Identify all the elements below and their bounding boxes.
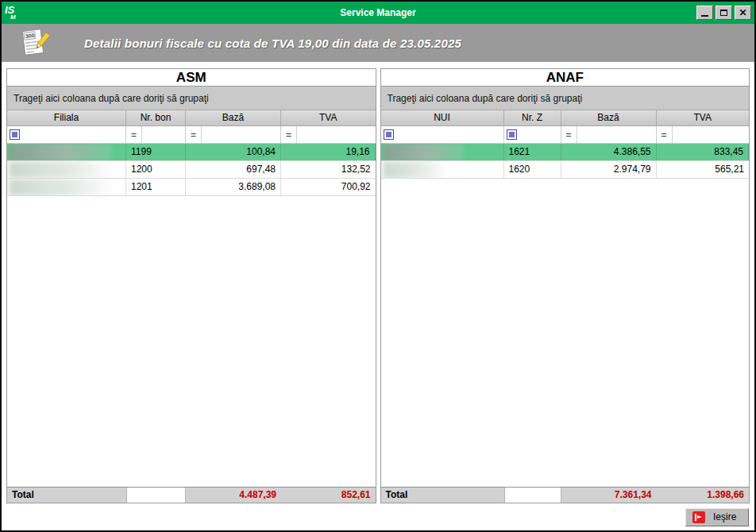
redacted-cell-content — [9, 144, 112, 160]
minimize-icon — [701, 15, 708, 17]
panel-anaf-grid: Trageţi aici coloana după care doriţi să… — [380, 86, 750, 503]
footer-bar: Ieşire — [2, 503, 754, 530]
filter-nui[interactable] — [381, 126, 504, 143]
close-button[interactable]: ✕ — [735, 6, 751, 20]
receipt-300-pencil-icon: 300 — [17, 27, 52, 59]
column-header-filiala[interactable]: Filiala — [7, 110, 126, 125]
cell-nr-z: 1621 — [504, 144, 561, 160]
cell-tva: 132,52 — [281, 161, 376, 178]
panel-anaf: ANAF Trageţi aici coloana după care dori… — [380, 68, 750, 503]
filter-tva[interactable]: = — [657, 126, 750, 143]
total-label: Total — [381, 488, 504, 503]
panel-asm: ASM Trageţi aici coloana după care doriţ… — [6, 68, 376, 503]
total-baza-value: 7.361,34 — [561, 488, 657, 503]
service-manager-window: ISM Service Manager ✕ 300 — [0, 0, 756, 532]
total-baza-value: 4.487,39 — [186, 488, 281, 503]
table-row[interactable]: 1199 100,84 19,16 — [7, 144, 376, 161]
equals-operator-icon[interactable]: = — [126, 126, 142, 143]
table-row[interactable]: 1621 4.386,55 833,45 — [381, 144, 750, 161]
equals-operator-icon[interactable]: = — [657, 126, 673, 143]
total-nr-z-empty — [504, 488, 561, 503]
redacted-cell-content — [383, 144, 464, 160]
cell-tva: 565,21 — [657, 161, 750, 178]
cell-filiala — [7, 144, 126, 160]
exit-button-label: Ieşire — [713, 511, 736, 522]
equals-operator-icon[interactable]: = — [561, 126, 577, 143]
checkbox-filter-icon[interactable] — [507, 129, 517, 140]
equals-operator-icon[interactable]: = — [186, 126, 202, 143]
panel-anaf-title: ANAF — [380, 68, 750, 86]
header-band: 300 Detalii bonuri fiscale cu cota de TV… — [2, 24, 754, 62]
filter-baza[interactable]: = — [186, 126, 281, 143]
cell-tva: 833,45 — [657, 144, 750, 160]
column-header-baza[interactable]: Bază — [186, 110, 281, 125]
maximize-button[interactable] — [716, 6, 732, 20]
panel-asm-grid: Trageţi aici coloana după care doriţi să… — [6, 86, 376, 503]
exit-arrow-icon — [692, 511, 705, 523]
cell-baza: 3.689,08 — [186, 179, 281, 195]
cell-baza: 697,48 — [186, 161, 281, 178]
window-title: Service Manager — [2, 7, 754, 18]
checkbox-filter-icon[interactable] — [10, 129, 20, 140]
cell-nui — [381, 161, 504, 178]
total-tva-value: 1.398,66 — [657, 488, 750, 503]
filter-row: = = — [381, 126, 750, 144]
cell-tva: 19,16 — [281, 144, 376, 160]
column-header-tva[interactable]: TVA — [657, 110, 750, 125]
table-empty-area — [7, 196, 376, 487]
group-by-bar[interactable]: Trageţi aici coloana după care doriţi să… — [381, 87, 750, 110]
content-area: ASM Trageţi aici coloana după care doriţ… — [2, 62, 754, 503]
cell-nr-bon: 1200 — [126, 161, 186, 178]
redacted-cell-content — [9, 161, 112, 178]
total-label: Total — [7, 488, 126, 503]
page-title: Detalii bonuri fiscale cu cota de TVA 19… — [84, 37, 461, 50]
checkbox-filter-icon[interactable] — [384, 129, 394, 140]
column-header-nui[interactable]: NUI — [381, 110, 504, 125]
filter-filiala[interactable] — [7, 126, 126, 143]
exit-button[interactable]: Ieşire — [685, 508, 749, 526]
app-logo-icon: ISM — [5, 4, 24, 21]
cell-nui — [381, 144, 504, 160]
equals-operator-icon[interactable]: = — [281, 126, 297, 143]
filter-nr-z[interactable] — [504, 126, 561, 143]
minimize-button[interactable] — [696, 6, 713, 20]
cell-tva: 700,92 — [281, 179, 376, 195]
column-header-tva[interactable]: TVA — [281, 110, 376, 125]
column-header-row: NUI Nr. Z Bază TVA — [381, 110, 750, 126]
window-controls: ✕ — [696, 6, 751, 20]
group-by-bar[interactable]: Trageţi aici coloana după care doriţi să… — [7, 87, 376, 110]
total-nr-bon-empty — [126, 488, 186, 503]
close-icon: ✕ — [739, 8, 746, 17]
cell-baza: 100,84 — [186, 144, 281, 160]
table-row[interactable]: 1201 3.689,08 700,92 — [7, 179, 376, 196]
cell-nr-bon: 1201 — [126, 179, 186, 195]
icon-300-label: 300 — [25, 33, 35, 39]
total-row: Total 4.487,39 852,61 — [7, 487, 376, 503]
table-empty-area — [381, 179, 750, 487]
total-row: Total 7.361,34 1.398,66 — [381, 487, 750, 503]
cell-filiala — [7, 179, 126, 195]
maximize-icon — [720, 10, 727, 16]
cell-baza: 2.974,79 — [561, 161, 657, 178]
column-header-nr-bon[interactable]: Nr. bon — [126, 110, 186, 125]
filter-row: = = = — [7, 126, 376, 144]
table-row[interactable]: 1200 697,48 132,52 — [7, 161, 376, 179]
cell-baza: 4.386,55 — [561, 144, 657, 160]
total-tva-value: 852,61 — [281, 488, 376, 503]
column-header-nr-z[interactable]: Nr. Z — [504, 110, 561, 125]
panel-asm-title: ASM — [6, 68, 376, 86]
redacted-cell-content — [9, 179, 112, 195]
column-header-baza[interactable]: Bază — [561, 110, 657, 125]
table-row[interactable]: 1620 2.974,79 565,21 — [381, 161, 750, 179]
redacted-cell-content — [383, 161, 446, 178]
filter-tva[interactable]: = — [281, 126, 376, 143]
column-header-row: Filiala Nr. bon Bază TVA — [7, 110, 376, 126]
cell-nr-bon: 1199 — [126, 144, 186, 160]
filter-baza[interactable]: = — [561, 126, 657, 143]
titlebar: ISM Service Manager ✕ — [2, 2, 754, 24]
filter-nr-bon[interactable]: = — [126, 126, 186, 143]
cell-nr-z: 1620 — [504, 161, 561, 178]
cell-filiala — [7, 161, 126, 178]
